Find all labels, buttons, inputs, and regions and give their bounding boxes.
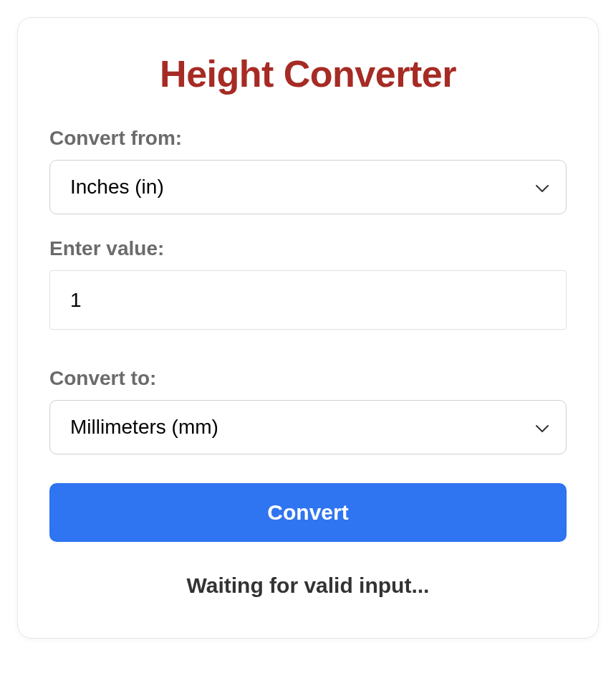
enter-value-label: Enter value: <box>49 237 567 260</box>
convert-to-select[interactable]: Millimeters (mm) <box>49 400 567 454</box>
convert-to-label: Convert to: <box>49 367 567 390</box>
page-title: Height Converter <box>49 52 567 95</box>
convert-from-select[interactable]: Inches (in) <box>49 160 567 214</box>
convert-from-select-wrapper: Inches (in) <box>49 160 567 214</box>
status-message: Waiting for valid input... <box>49 573 567 598</box>
value-input[interactable] <box>49 270 567 330</box>
convert-button[interactable]: Convert <box>49 483 567 542</box>
spacer <box>49 353 567 367</box>
convert-to-group: Convert to: Millimeters (mm) <box>49 367 567 454</box>
converter-card: Height Converter Convert from: Inches (i… <box>17 17 599 639</box>
enter-value-group: Enter value: <box>49 237 567 330</box>
convert-from-label: Convert from: <box>49 127 567 150</box>
convert-to-select-wrapper: Millimeters (mm) <box>49 400 567 454</box>
convert-from-group: Convert from: Inches (in) <box>49 127 567 214</box>
